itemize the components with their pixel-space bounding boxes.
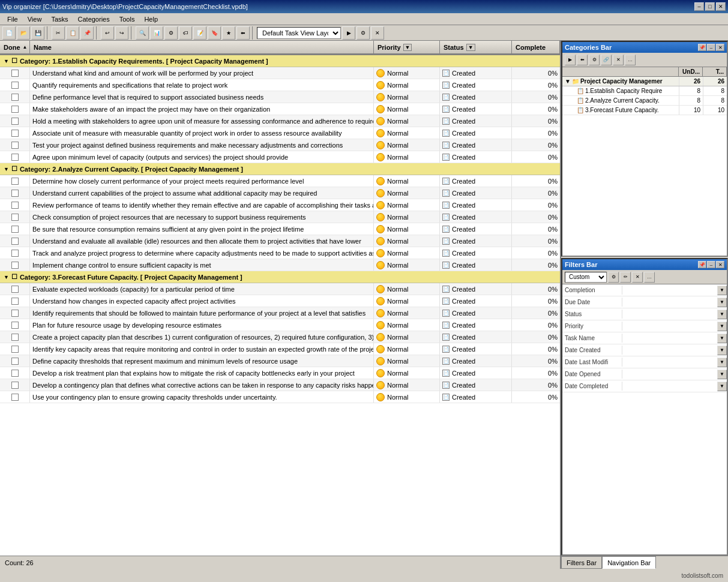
cell-done-1-5[interactable] — [0, 235, 30, 247]
cell-done-0-0[interactable] — [0, 67, 30, 79]
done-checkbox-2-3[interactable] — [11, 322, 19, 329]
maximize-button[interactable]: □ — [705, 2, 715, 11]
cell-done-0-3[interactable] — [0, 103, 30, 115]
status-filter-btn[interactable]: ▼ — [466, 44, 475, 51]
done-checkbox-0-7[interactable] — [11, 154, 19, 161]
minimize-button[interactable]: – — [694, 2, 704, 11]
cell-done-0-2[interactable] — [0, 91, 30, 103]
done-checkbox-1-0[interactable] — [11, 178, 19, 185]
cell-done-2-2[interactable] — [0, 307, 30, 319]
toolbar-b6[interactable]: 🔖 — [208, 26, 221, 40]
cell-done-0-1[interactable] — [0, 79, 30, 91]
filter-btn3[interactable]: ✕ — [632, 272, 643, 283]
done-checkbox-0-1[interactable] — [11, 82, 19, 89]
filter-btn2[interactable]: ✏ — [620, 272, 631, 283]
done-checkbox-0-0[interactable] — [11, 70, 19, 77]
filters-bar-pin[interactable]: 📌 — [698, 261, 706, 268]
cell-done-1-6[interactable] — [0, 247, 30, 259]
toolbar-open[interactable]: 📂 — [17, 26, 30, 40]
cat-bar-close[interactable]: ✕ — [716, 44, 724, 51]
toolbar-paste[interactable]: 📌 — [80, 26, 94, 40]
done-checkbox-1-5[interactable] — [11, 238, 19, 245]
toolbar-cut[interactable]: ✂ — [52, 26, 65, 40]
toolbar-layout2[interactable]: ⚙ — [356, 26, 370, 40]
filter-dropdown-btn-4[interactable]: ▼ — [717, 334, 727, 343]
tab-filters-bar[interactable]: Filters Bar — [561, 556, 602, 569]
filters-bar-close[interactable]: ✕ — [716, 261, 724, 268]
done-checkbox-1-6[interactable] — [11, 250, 19, 257]
filter-dropdown-btn-5[interactable]: ▼ — [717, 346, 727, 355]
menu-categories[interactable]: Categories — [73, 14, 115, 24]
cell-done-2-5[interactable] — [0, 343, 30, 355]
done-checkbox-0-6[interactable] — [11, 142, 19, 149]
cell-done-2-7[interactable] — [0, 367, 30, 379]
done-checkbox-0-4[interactable] — [11, 118, 19, 125]
cell-done-0-6[interactable] — [0, 139, 30, 151]
menu-file[interactable]: File — [2, 14, 23, 24]
toolbar-save[interactable]: 💾 — [31, 26, 44, 40]
cell-done-1-3[interactable] — [0, 211, 30, 223]
filter-btn4[interactable]: … — [644, 272, 655, 283]
cat-btn4[interactable]: 🔗 — [601, 55, 612, 65]
cat-tree-item-0[interactable]: 📋 1.Establish Capacity Require 8 8 — [562, 86, 727, 96]
done-checkbox-0-2[interactable] — [11, 94, 19, 101]
toolbar-b2[interactable]: 📊 — [150, 26, 163, 40]
priority-filter-btn[interactable]: ▼ — [403, 44, 412, 51]
done-checkbox-2-6[interactable] — [11, 358, 19, 365]
toolbar-redo[interactable]: ↪ — [115, 26, 128, 40]
cell-done-2-8[interactable] — [0, 379, 30, 391]
cell-done-2-1[interactable] — [0, 295, 30, 307]
col-done[interactable]: Done ▲ — [0, 41, 30, 54]
cell-done-0-4[interactable] — [0, 115, 30, 127]
tab-navigation-bar[interactable]: Navigation Bar — [602, 556, 656, 569]
done-checkbox-0-3[interactable] — [11, 106, 19, 113]
cell-done-1-0[interactable] — [0, 175, 30, 187]
category-header-1[interactable]: ▼☐Category: 2.Analyze Current Capacity. … — [0, 163, 560, 175]
cat-tree-item-2[interactable]: 📋 3.Forecast Future Capacity. 10 10 — [562, 106, 727, 115]
done-checkbox-1-4[interactable] — [11, 226, 19, 233]
cell-done-1-1[interactable] — [0, 187, 30, 199]
cat-btn3[interactable]: ⚙ — [589, 55, 600, 65]
filter-dropdown-btn-1[interactable]: ▼ — [717, 298, 727, 307]
cat-btn1[interactable]: ▶ — [565, 55, 576, 65]
toolbar-undo[interactable]: ↩ — [101, 26, 114, 40]
done-checkbox-2-4[interactable] — [11, 334, 19, 341]
filter-select[interactable]: Custom — [565, 272, 607, 283]
toolbar-layout1[interactable]: ▶ — [342, 26, 355, 40]
cell-done-2-6[interactable] — [0, 355, 30, 367]
done-checkbox-2-8[interactable] — [11, 382, 19, 389]
done-checkbox-1-3[interactable] — [11, 214, 19, 221]
cell-done-1-4[interactable] — [0, 223, 30, 235]
done-checkbox-2-0[interactable] — [11, 286, 19, 293]
done-checkbox-2-5[interactable] — [11, 346, 19, 353]
layout-selector[interactable]: Default Task View Layout — [257, 27, 341, 39]
toolbar-layout3[interactable]: ✕ — [371, 26, 384, 40]
toolbar-new[interactable]: 📄 — [2, 26, 16, 40]
toolbar-b8[interactable]: ⬅ — [236, 26, 250, 40]
filter-dropdown-btn-6[interactable]: ▼ — [717, 358, 727, 367]
col-name[interactable]: Name — [30, 41, 374, 54]
cell-done-1-2[interactable] — [0, 199, 30, 211]
cell-done-1-7[interactable] — [0, 259, 30, 271]
toolbar-copy[interactable]: 📋 — [66, 26, 79, 40]
filter-dropdown-btn-8[interactable]: ▼ — [717, 382, 727, 391]
close-button[interactable]: ✕ — [716, 2, 726, 11]
done-checkbox-2-1[interactable] — [11, 298, 19, 305]
cell-done-2-4[interactable] — [0, 331, 30, 343]
done-checkbox-2-9[interactable] — [11, 394, 19, 401]
done-checkbox-1-1[interactable] — [11, 190, 19, 197]
cat-bar-min[interactable]: – — [707, 44, 715, 51]
menu-help[interactable]: Help — [139, 14, 163, 24]
cat-bar-pin[interactable]: 📌 — [698, 44, 706, 51]
done-checkbox-1-7[interactable] — [11, 262, 19, 269]
category-header-0[interactable]: ▼☐Category: 1.Establish Capacity Require… — [0, 55, 560, 67]
filter-btn1[interactable]: ⚙ — [608, 272, 619, 283]
cell-done-0-5[interactable] — [0, 127, 30, 139]
toolbar-b7[interactable]: ★ — [222, 26, 235, 40]
category-header-2[interactable]: ▼☐Category: 3.Forecast Future Capacity. … — [0, 271, 560, 283]
cat-btn6[interactable]: … — [625, 55, 636, 65]
cell-done-2-9[interactable] — [0, 391, 30, 403]
cat-btn5[interactable]: ✕ — [613, 55, 624, 65]
cell-done-2-3[interactable] — [0, 319, 30, 331]
toolbar-b4[interactable]: 🏷 — [179, 26, 192, 40]
